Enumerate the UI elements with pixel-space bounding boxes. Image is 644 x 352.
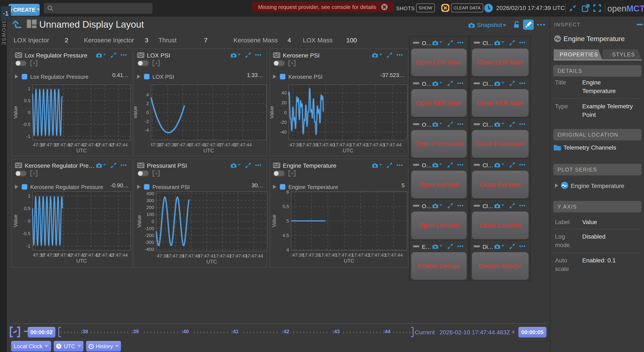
- svg-text:Value: Value: [136, 215, 142, 228]
- svg-text:17:47:43: 17:47:43: [366, 142, 385, 147]
- svg-text:2: 2: [146, 101, 149, 106]
- svg-text:UTC: UTC: [343, 148, 353, 153]
- svg-text:0: 0: [146, 110, 149, 115]
- svg-text:O…: O…: [422, 81, 432, 87]
- svg-text:Kerosene PSI: Kerosene PSI: [283, 52, 320, 59]
- svg-text:O…: O…: [422, 40, 432, 46]
- svg-text:300: 300: [146, 198, 154, 203]
- svg-text:1.33…: 1.33…: [247, 73, 263, 78]
- svg-text:Engine Temperature: Engine Temperature: [283, 162, 336, 169]
- svg-text:100: 100: [146, 212, 154, 217]
- svg-text:-37.523…: -37.523…: [380, 73, 405, 78]
- svg-text:17:47:44: 17:47:44: [245, 253, 263, 259]
- svg-text:0: 0: [28, 218, 30, 224]
- svg-text:17:47:39: 17:47:39: [300, 142, 318, 147]
- svg-text:400: 400: [146, 191, 154, 196]
- svg-text:17:47:42: 17:47:42: [350, 142, 368, 147]
- svg-text:-100: -100: [145, 226, 154, 231]
- svg-text:5: 5: [402, 183, 405, 189]
- svg-text:Value: Value: [12, 106, 18, 119]
- svg-text:-400: -400: [145, 247, 154, 252]
- svg-text:Value: Value: [12, 215, 18, 227]
- svg-text:6: 6: [286, 189, 289, 195]
- svg-text:O…: O…: [422, 121, 432, 128]
- svg-text:5: 5: [286, 218, 289, 224]
- svg-text:E…: E…: [422, 244, 431, 250]
- svg-text:4: 4: [146, 92, 149, 97]
- svg-text:UTC: UTC: [76, 148, 87, 153]
- svg-text:17:47:44: 17:47:44: [110, 252, 128, 258]
- svg-text:-4: -4: [144, 127, 149, 133]
- svg-text:Value: Value: [271, 215, 277, 227]
- svg-text:0: 0: [152, 219, 154, 224]
- svg-text:17:47:44: 17:47:44: [384, 252, 403, 258]
- svg-text:-0.5: -0.5: [22, 231, 30, 236]
- svg-text:O…: O…: [422, 162, 432, 169]
- svg-text:Lox Regulator Pressure: Lox Regulator Pressure: [25, 52, 87, 59]
- svg-text:17:47:38: 17:47:38: [150, 253, 169, 259]
- svg-text:0.5: 0.5: [24, 206, 30, 211]
- svg-text:20: 20: [282, 100, 287, 105]
- svg-text:17:47:41: 17:47:41: [198, 253, 216, 259]
- svg-text:Cl…: Cl…: [482, 162, 494, 169]
- svg-text:UTC: UTC: [206, 259, 217, 265]
- svg-text:17:47:39: 17:47:39: [302, 252, 320, 258]
- svg-text:Cl…: Cl…: [482, 40, 494, 46]
- svg-text:17:47:44: 17:47:44: [110, 142, 128, 147]
- svg-text:-1: -1: [26, 244, 30, 249]
- svg-text:-40: -40: [280, 129, 287, 135]
- svg-text:-1: -1: [26, 134, 30, 139]
- svg-text:0: 0: [284, 110, 287, 115]
- svg-text:17:47:38: 17:47:38: [286, 252, 304, 258]
- svg-text:Value: Value: [134, 106, 138, 119]
- svg-text:Value: Value: [270, 106, 274, 119]
- svg-text:0: 0: [28, 110, 30, 115]
- svg-text:17:47:38: 17:47:38: [283, 142, 301, 147]
- svg-text:17:47:40: 17:47:40: [319, 252, 337, 258]
- svg-text:0.5: 0.5: [24, 98, 30, 103]
- svg-text:UTC: UTC: [204, 148, 214, 153]
- svg-text:17:47:43: 17:47:43: [368, 252, 386, 258]
- svg-text:Kerosene Regulator Pre…: Kerosene Regulator Pre…: [25, 162, 94, 169]
- svg-text:200: 200: [146, 205, 154, 210]
- svg-text:17:47:41: 17:47:41: [335, 252, 354, 258]
- svg-text:17:47:42: 17:47:42: [352, 252, 370, 258]
- svg-text:Di…: Di…: [482, 244, 494, 250]
- svg-text:1: 1: [28, 193, 30, 199]
- svg-text:5.5: 5.5: [282, 204, 289, 209]
- svg-text:17:47:44: 17:47:44: [234, 142, 252, 147]
- svg-text:17:47:41: 17:47:41: [333, 142, 352, 147]
- svg-text:-0.5: -0.5: [22, 122, 30, 127]
- svg-text:0.41…: 0.41…: [112, 73, 129, 78]
- svg-text:Cl…: Cl…: [482, 121, 494, 128]
- svg-text:-200: -200: [145, 233, 154, 238]
- svg-text:17:47:39: 17:47:39: [166, 253, 184, 259]
- svg-text:-300: -300: [145, 240, 154, 245]
- svg-text:Cl…: Cl…: [482, 81, 494, 87]
- svg-text:-20: -20: [280, 120, 287, 125]
- svg-text:LOX PSI: LOX PSI: [147, 52, 170, 59]
- svg-text:UTC: UTC: [344, 258, 354, 264]
- svg-text:17:47:40: 17:47:40: [316, 142, 335, 147]
- svg-text:UTC: UTC: [76, 258, 87, 264]
- svg-text:4.5: 4.5: [282, 233, 289, 238]
- svg-text:30…: 30…: [252, 183, 263, 189]
- svg-text:-2: -2: [144, 119, 149, 124]
- svg-text:Pressurant PSI: Pressurant PSI: [147, 162, 187, 169]
- svg-text:-0.90…: -0.90…: [110, 183, 129, 189]
- svg-text:17:47:40: 17:47:40: [182, 253, 200, 259]
- svg-text:1: 1: [28, 86, 30, 91]
- svg-text:17:47:43: 17:47:43: [229, 253, 248, 259]
- svg-text:17:47:44: 17:47:44: [383, 142, 402, 147]
- svg-text:Cl…: Cl…: [482, 203, 494, 209]
- svg-text:17:47:42: 17:47:42: [214, 253, 232, 259]
- svg-text:4: 4: [286, 247, 289, 253]
- svg-text:O…: O…: [422, 203, 432, 209]
- svg-text:40: 40: [282, 90, 287, 95]
